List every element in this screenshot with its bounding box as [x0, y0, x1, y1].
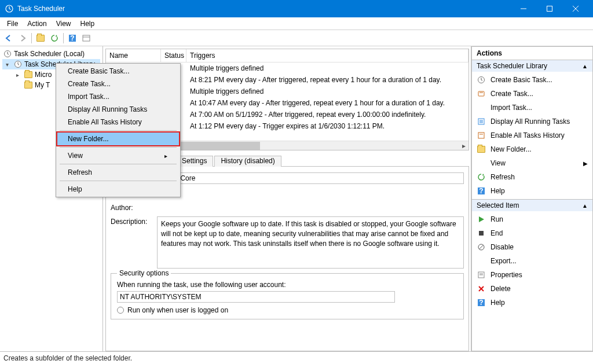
expand-icon[interactable]: ▸: [16, 72, 22, 78]
toolbar-separator: [31, 33, 32, 43]
action-delete[interactable]: Delete: [472, 282, 592, 296]
col-status[interactable]: Status: [161, 49, 186, 62]
action-import-task[interactable]: Import Task...: [472, 101, 592, 115]
cm-display-running[interactable]: Display All Running Tasks: [57, 103, 179, 116]
action-refresh[interactable]: Refresh: [472, 170, 592, 184]
cm-separator: [60, 130, 177, 131]
titlebar: Task Scheduler: [0, 0, 593, 17]
forward-button[interactable]: [16, 32, 29, 45]
toolbar-refresh-icon[interactable]: [48, 32, 61, 45]
cm-enable-history[interactable]: Enable All Tasks History: [57, 116, 179, 128]
action-export[interactable]: Export...: [472, 254, 592, 268]
toolbar: ?: [0, 30, 593, 46]
svg-rect-9: [478, 91, 484, 96]
toolbar-help-icon[interactable]: ?: [66, 32, 79, 45]
action-view[interactable]: View▶: [472, 156, 592, 170]
tab-settings[interactable]: Settings: [175, 156, 213, 167]
submenu-icon: ▸: [164, 153, 167, 159]
folder-icon: [477, 145, 486, 154]
action-help[interactable]: ?Help: [472, 296, 592, 310]
svg-rect-4: [83, 35, 90, 41]
folder-icon: [24, 71, 32, 78]
action-disable[interactable]: Disable: [472, 240, 592, 254]
menubar: File Action View Help: [0, 17, 593, 30]
run-only-logged-on-radio[interactable]: Run only when user is logged on: [117, 306, 457, 314]
menu-file[interactable]: File: [2, 19, 23, 29]
collapse-icon: ▲: [582, 63, 588, 69]
cm-separator: [60, 181, 177, 181]
author-label: Author:: [111, 203, 157, 212]
properties-icon: [477, 270, 486, 280]
cm-new-folder[interactable]: New Folder...: [56, 131, 180, 146]
cm-help[interactable]: Help: [57, 183, 179, 196]
back-button[interactable]: [2, 32, 15, 45]
action-create-task[interactable]: Create Task...: [472, 87, 592, 101]
app-title: Task Scheduler: [17, 5, 510, 13]
submenu-icon: ▶: [583, 160, 588, 167]
security-options-legend: Security options: [117, 269, 171, 277]
wizard-icon: [477, 75, 486, 84]
maximize-button[interactable]: [536, 0, 562, 17]
tree-child-label: My T: [35, 81, 50, 89]
cm-separator: [60, 164, 177, 164]
expand-icon[interactable]: ▾: [6, 61, 12, 68]
radio-label: Run only when user is logged on: [127, 306, 228, 314]
actions-header: Actions: [471, 46, 593, 60]
cm-view[interactable]: View▸: [57, 149, 179, 162]
col-triggers[interactable]: Triggers: [186, 49, 468, 62]
menu-help[interactable]: Help: [76, 19, 100, 29]
disable-icon: [477, 242, 486, 252]
delete-icon: [477, 284, 486, 293]
actions-list-selected: Run End Disable Export... Properties Del…: [471, 211, 593, 351]
actions-pane: Actions Task Scheduler Library ▲ Create …: [471, 46, 593, 351]
action-end[interactable]: End: [472, 226, 592, 240]
action-create-basic-task[interactable]: Create Basic Task...: [472, 73, 592, 87]
clock-icon: [3, 50, 12, 58]
action-run[interactable]: Run: [472, 212, 592, 226]
action-properties[interactable]: Properties: [472, 268, 592, 282]
menu-view[interactable]: View: [52, 19, 76, 29]
close-button[interactable]: [562, 0, 588, 17]
action-display-running[interactable]: Display All Running Tasks: [472, 115, 592, 128]
blank-icon: [477, 159, 486, 168]
cm-create-basic-task[interactable]: Create Basic Task...: [57, 65, 179, 78]
actions-list-library: Create Basic Task... Create Task... Impo…: [471, 72, 593, 200]
play-icon: [477, 215, 486, 224]
security-options: Security options When running the task, …: [111, 273, 464, 319]
svg-text:?: ?: [479, 187, 483, 195]
minimize-button[interactable]: [510, 0, 536, 17]
svg-text:?: ?: [479, 299, 483, 307]
action-help[interactable]: ?Help: [472, 184, 592, 198]
cm-import-task[interactable]: Import Task...: [57, 90, 179, 103]
collapse-icon: ▲: [582, 203, 588, 209]
svg-rect-15: [478, 133, 484, 138]
blank-icon: [477, 256, 486, 266]
toolbar-folder-icon[interactable]: [34, 32, 47, 45]
svg-line-21: [479, 245, 484, 249]
cm-create-task[interactable]: Create Task...: [57, 78, 179, 90]
actions-section-selected[interactable]: Selected Item ▲: [471, 200, 593, 211]
action-new-folder[interactable]: New Folder...: [472, 142, 592, 156]
svg-text:?: ?: [70, 34, 74, 42]
clock-icon: [14, 60, 22, 68]
app-icon: [5, 4, 14, 13]
folder-icon: [24, 82, 32, 89]
cm-separator: [60, 147, 177, 148]
action-enable-history[interactable]: Enable All Tasks History: [472, 128, 592, 142]
svg-rect-1: [547, 6, 552, 12]
menu-action[interactable]: Action: [23, 19, 51, 29]
cm-refresh[interactable]: Refresh: [57, 166, 179, 179]
tree-root-label: Task Scheduler (Local): [14, 50, 85, 58]
svg-rect-19: [479, 231, 484, 236]
help-icon: ?: [477, 186, 486, 196]
tree-child-label: Micro: [35, 71, 52, 79]
toolbar-pane-icon[interactable]: [80, 32, 93, 45]
actions-section-library[interactable]: Task Scheduler Library ▲: [471, 60, 593, 72]
col-name[interactable]: Name: [106, 49, 161, 62]
tree-root[interactable]: Task Scheduler (Local): [2, 49, 100, 59]
task-list-header: Name Status Triggers: [106, 49, 468, 62]
tab-history[interactable]: History (disabled): [214, 156, 281, 167]
account-field: NT AUTHORITY\SYSTEM: [117, 291, 395, 303]
help-icon: ?: [477, 298, 486, 307]
description-text[interactable]: Keeps your Google software up to date. I…: [157, 216, 464, 269]
